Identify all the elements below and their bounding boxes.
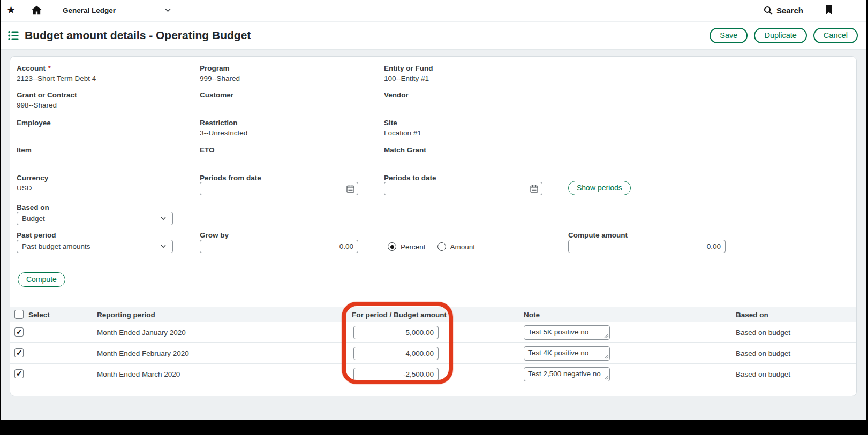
search-control[interactable]: Search <box>764 6 803 15</box>
periods-to-label: Periods to date <box>384 174 436 182</box>
page-title: Budget amount details - Operating Budget <box>25 29 251 42</box>
based-on-selected-value: Budget <box>22 215 45 223</box>
match-grant-label: Match Grant <box>384 146 426 154</box>
grant-value: 998--Shared <box>17 101 57 109</box>
screen: ★ General Ledger Search <box>0 0 868 435</box>
note-input[interactable]: Test 5K positive no <box>524 325 610 340</box>
vendor-label: Vendor <box>384 91 409 99</box>
calendar-icon[interactable] <box>346 185 354 193</box>
entity-label: Entity or Fund <box>384 64 433 72</box>
entity-value: 100--Entity #1 <box>384 74 429 82</box>
past-period-selected-value: Past budget amounts <box>22 242 90 250</box>
past-period-select[interactable]: Past budget amounts <box>17 240 173 253</box>
note-input[interactable]: Test 2,500 negative no <box>524 367 610 381</box>
based-on-select[interactable]: Budget <box>17 212 173 225</box>
grow-by-input[interactable] <box>200 240 358 253</box>
restriction-label: Restriction <box>200 119 238 127</box>
module-selector[interactable]: General Ledger <box>63 6 116 14</box>
based-on-label: Based on <box>17 203 49 211</box>
list-icon[interactable] <box>8 30 19 41</box>
chevron-down-icon <box>161 217 166 220</box>
customer-label: Customer <box>200 91 233 99</box>
restriction-value: 3--Unrestricted <box>200 129 247 137</box>
save-button[interactable]: Save <box>710 28 748 43</box>
radio-unselected-icon <box>437 242 446 251</box>
reporting-period: Month Ended January 2020 <box>97 329 186 337</box>
budget-amount-input[interactable] <box>353 326 439 339</box>
row-select-checkbox[interactable] <box>14 348 24 357</box>
chevron-down-icon[interactable] <box>165 8 171 12</box>
budget-details-card: Account* 2123--Short Term Debt 4 Program… <box>10 56 857 396</box>
note-field: Test 2,500 negative no <box>524 367 610 381</box>
top-navigation-bar: ★ General Ledger Search <box>1 0 866 21</box>
program-value: 999--Shared <box>200 74 240 82</box>
eto-label: ETO <box>200 146 215 154</box>
note-column-header: Note <box>524 311 540 319</box>
reporting-period: Month Ended February 2020 <box>97 349 189 357</box>
calendar-icon[interactable] <box>530 185 538 193</box>
show-periods-button[interactable]: Show periods <box>568 181 631 195</box>
based-on-value: Based on budget <box>736 329 790 337</box>
note-input[interactable]: Test 4K positive no <box>524 346 610 361</box>
search-label: Search <box>776 6 803 15</box>
page-header: Budget amount details - Operating Budget… <box>1 22 866 50</box>
budget-amount-input[interactable] <box>353 347 439 360</box>
duplicate-button[interactable]: Duplicate <box>754 28 806 43</box>
header-action-buttons: Save Duplicate Cancel <box>710 28 858 43</box>
periods-from-input[interactable] <box>200 182 358 195</box>
currency-label: Currency <box>17 174 48 182</box>
periods-from-label: Periods from date <box>200 174 261 182</box>
account-label: Account* <box>17 64 51 72</box>
amount-radio[interactable]: Amount <box>437 242 475 251</box>
percent-radio[interactable]: Percent <box>388 242 426 251</box>
past-period-label: Past period <box>17 231 56 239</box>
grow-mode-radio-group: Percent Amount <box>388 242 475 251</box>
amount-column-header: For period / Budget amount <box>352 311 447 319</box>
select-column-header: Select <box>28 311 50 319</box>
bookmark-icon[interactable] <box>825 5 833 16</box>
table-row: Month Ended January 2020 Test 5K positiv… <box>10 322 856 343</box>
grow-by-label: Grow by <box>200 231 229 239</box>
period-column-header: Reporting period <box>97 311 155 319</box>
search-icon <box>764 6 773 15</box>
grant-label: Grant or Contract <box>17 91 77 99</box>
program-label: Program <box>200 64 230 72</box>
select-all-checkbox[interactable] <box>14 310 24 319</box>
based-on-value: Based on budget <box>736 349 790 357</box>
compute-amount-input[interactable] <box>568 240 726 253</box>
cancel-button[interactable]: Cancel <box>813 28 858 43</box>
row-select-checkbox[interactable] <box>14 327 24 337</box>
item-label: Item <box>17 146 32 154</box>
site-value: Location #1 <box>384 129 421 137</box>
account-value: 2123--Short Term Debt 4 <box>17 74 96 82</box>
periods-to-input[interactable] <box>384 182 542 195</box>
employee-label: Employee <box>17 119 51 127</box>
app-window: ★ General Ledger Search <box>1 0 866 420</box>
row-select-checkbox[interactable] <box>14 369 24 378</box>
home-icon[interactable] <box>31 5 42 16</box>
currency-value: USD <box>17 184 32 192</box>
compute-amount-label: Compute amount <box>568 231 628 239</box>
radio-selected-icon <box>388 242 396 251</box>
site-label: Site <box>384 119 397 127</box>
budget-amount-input[interactable] <box>353 368 439 381</box>
table-row: Month Ended March 2020 Test 2,500 negati… <box>10 364 856 385</box>
chevron-down-icon <box>161 245 166 248</box>
based-on-value: Based on budget <box>736 370 790 378</box>
reporting-period: Month Ended March 2020 <box>97 370 180 378</box>
compute-button[interactable]: Compute <box>18 272 65 287</box>
favorites-star-icon[interactable]: ★ <box>6 4 16 16</box>
note-field: Test 5K positive no <box>524 325 610 340</box>
required-asterisk: * <box>48 65 51 72</box>
table-header-row: Select Reporting period For period / Bud… <box>10 307 856 322</box>
content-area: Account* 2123--Short Term Debt 4 Program… <box>1 50 866 420</box>
note-field: Test 4K positive no <box>524 346 610 361</box>
table-row: Month Ended February 2020 Test 4K positi… <box>10 343 856 364</box>
basedon-column-header: Based on <box>736 311 768 319</box>
